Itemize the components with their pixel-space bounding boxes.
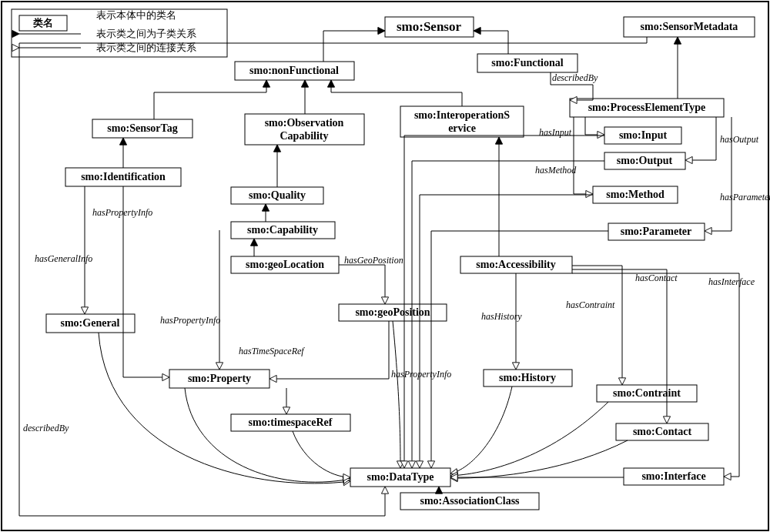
label-hasinput: hasInput bbox=[539, 127, 572, 138]
label-hasgeoposition: hasGeoPosition bbox=[344, 255, 403, 266]
svg-text:smo:Interface: smo:Interface bbox=[641, 470, 705, 482]
label-haspropertyinfo3: hasPropertyInfo bbox=[391, 369, 451, 380]
svg-text:smo:AssociationClass: smo:AssociationClass bbox=[420, 495, 520, 507]
class-functional: smo:Functional bbox=[477, 54, 578, 72]
label-hascontraint: hasContraint bbox=[566, 299, 615, 310]
label-describedby1: describedBy bbox=[552, 72, 598, 83]
svg-text:smo:Property: smo:Property bbox=[188, 373, 251, 384]
label-haspropertyinfo1: hasPropertyInfo bbox=[92, 207, 152, 218]
class-interoperationservice: smo:InteroperationS ervice bbox=[400, 106, 524, 137]
legend-desc-sub: 表示类之间为子类关系 bbox=[96, 28, 196, 39]
class-quality: smo:Quality bbox=[231, 187, 323, 204]
svg-text:smo:Parameter: smo:Parameter bbox=[621, 226, 692, 237]
class-observationcapability: smo:Observation Capability bbox=[245, 114, 364, 145]
class-timespaceref: smo:timespaceRef bbox=[231, 414, 350, 431]
svg-text:smo:Output: smo:Output bbox=[617, 155, 673, 166]
class-output: smo:Output bbox=[604, 152, 685, 169]
svg-text:smo:geoPosition: smo:geoPosition bbox=[355, 306, 430, 318]
svg-text:smo:SensorTag: smo:SensorTag bbox=[107, 122, 177, 134]
svg-text:smo:Accessibility: smo:Accessibility bbox=[476, 259, 555, 270]
svg-text:smo:Contraint: smo:Contraint bbox=[613, 387, 681, 399]
label-hasinterface: hasInterface bbox=[708, 276, 755, 287]
svg-text:smo:Input: smo:Input bbox=[619, 129, 668, 141]
label-hasoutput: hasOutput bbox=[720, 134, 759, 145]
svg-text:smo:Sensor: smo:Sensor bbox=[397, 19, 462, 34]
class-associationclass: smo:AssociationClass bbox=[400, 493, 539, 510]
svg-text:smo:DataType: smo:DataType bbox=[367, 471, 434, 483]
class-general: smo:General bbox=[46, 314, 135, 333]
svg-text:smo:timespaceRef: smo:timespaceRef bbox=[249, 417, 333, 428]
class-datatype: smo:DataType bbox=[350, 468, 450, 487]
svg-text:smo:nonFunctional: smo:nonFunctional bbox=[249, 65, 339, 76]
class-geoposition: smo:geoPosition bbox=[339, 304, 447, 321]
legend-title: 类名 bbox=[32, 17, 53, 28]
label-hasmethod: hasMethod bbox=[535, 165, 577, 176]
class-parameter: smo:Parameter bbox=[608, 223, 705, 240]
svg-text:smo:Capability: smo:Capability bbox=[247, 224, 318, 236]
svg-text:smo:General: smo:General bbox=[61, 317, 120, 329]
legend: 类名 表示本体中的类名 表示类之间为子类关系 表示类之间的连接关系 bbox=[12, 9, 227, 57]
class-geolocation: smo:geoLocation bbox=[231, 256, 339, 273]
svg-text:ervice: ervice bbox=[448, 122, 476, 134]
label-hasgeneralinfo: hasGeneralInfo bbox=[35, 253, 92, 264]
svg-text:smo:Quality: smo:Quality bbox=[249, 189, 306, 201]
class-capability: smo:Capability bbox=[231, 222, 335, 239]
label-haspropertyinfo2: hasPropertyInfo bbox=[160, 315, 220, 326]
class-sensortag: smo:SensorTag bbox=[92, 119, 192, 138]
legend-desc-class: 表示本体中的类名 bbox=[96, 9, 176, 21]
svg-text:smo:ProcessElementType: smo:ProcessElementType bbox=[588, 102, 706, 113]
svg-text:smo:Identification: smo:Identification bbox=[81, 171, 166, 182]
svg-text:smo:geoLocation: smo:geoLocation bbox=[246, 259, 324, 270]
class-accessibility: smo:Accessibility bbox=[460, 256, 572, 273]
label-hasparameter: hasParameter bbox=[720, 192, 770, 202]
class-history: smo:History bbox=[484, 370, 572, 386]
svg-text:smo:Contact: smo:Contact bbox=[633, 426, 692, 437]
class-property: smo:Property bbox=[169, 370, 270, 388]
svg-text:smo:InteroperationS: smo:InteroperationS bbox=[414, 109, 510, 121]
class-processelementtype: smo:ProcessElementType bbox=[570, 99, 724, 117]
svg-text:smo:Functional: smo:Functional bbox=[491, 57, 563, 69]
class-identification: smo:Identification bbox=[65, 168, 181, 186]
class-contraint: smo:Contraint bbox=[597, 385, 697, 402]
svg-text:smo:Method: smo:Method bbox=[606, 189, 665, 200]
label-hashistory: hasHistory bbox=[481, 311, 522, 322]
class-method: smo:Method bbox=[593, 186, 678, 203]
label-describedby2: describedBy bbox=[23, 423, 69, 433]
class-sensor: smo:Sensor bbox=[385, 17, 474, 37]
class-interface: smo:Interface bbox=[624, 468, 724, 485]
class-contact: smo:Contact bbox=[616, 423, 708, 440]
diagram-canvas: 类名 表示本体中的类名 表示类之间为子类关系 表示类之间的连接关系 smo:Se… bbox=[0, 0, 770, 532]
class-sensormetadata: smo:SensorMetadata bbox=[624, 17, 755, 37]
label-hascontact: hasContact bbox=[635, 273, 678, 283]
class-input: smo:Input bbox=[604, 127, 681, 144]
label-hastimespaceref: hasTimeSpaceRef bbox=[239, 346, 305, 356]
svg-text:smo:History: smo:History bbox=[499, 372, 556, 383]
class-nonfunctional: smo:nonFunctional bbox=[235, 62, 354, 80]
svg-text:Capability: Capability bbox=[280, 130, 328, 142]
svg-text:smo:Observation: smo:Observation bbox=[265, 117, 344, 129]
svg-text:smo:SensorMetadata: smo:SensorMetadata bbox=[641, 21, 738, 32]
